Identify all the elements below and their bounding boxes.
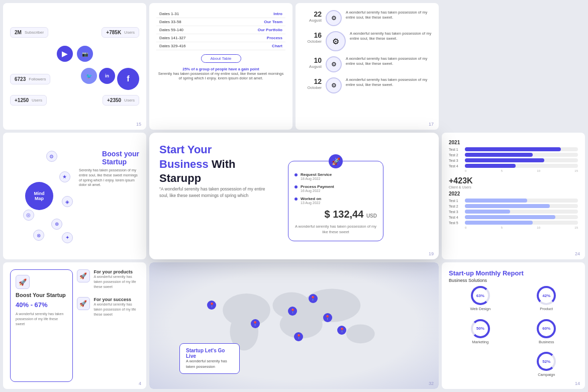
hero-card-footer: A wonderful serenity has taken possessio… bbox=[295, 224, 377, 235]
hero-card-item-1-content: Request Service 18 Aug 2022 bbox=[301, 172, 332, 180]
bar-label-1: Test 1 bbox=[449, 148, 463, 151]
social-icons: ▶ 📷 bbox=[10, 46, 139, 62]
mindmap-node-2: ★ bbox=[59, 171, 70, 182]
circle-ring-campaign: 52% bbox=[537, 352, 556, 371]
table-row: Dates 59-140 Our Portfolio bbox=[156, 26, 285, 34]
stat-1250: +1250 Users bbox=[10, 95, 47, 106]
gear-icon-3: ⚙ bbox=[326, 56, 342, 72]
linkedin-icon[interactable]: in bbox=[99, 68, 115, 84]
circle-ring-product: 42% bbox=[537, 286, 556, 305]
slide-report: Start-up Monthly Report Business Solutio… bbox=[442, 262, 585, 389]
slide-hero: Start YourBusiness WithStarupp "A wonder… bbox=[149, 133, 439, 259]
timeline-month-4: October bbox=[303, 85, 322, 90]
timeline-item-2: 16 October ⚙ A wonderful serenity has ta… bbox=[303, 31, 432, 51]
mindmap-node-5: ⊗ bbox=[33, 230, 44, 241]
slide-number: 4 bbox=[139, 381, 141, 386]
bar-2022-fill-2 bbox=[465, 204, 550, 208]
stat-423k-value: +423K bbox=[449, 176, 473, 185]
chart-2021: 2021 Test 1 Test 2 Test 3 Test 4 051015 bbox=[449, 140, 578, 172]
bar-2022-track-2 bbox=[465, 204, 578, 208]
circle-label-web-design: Web Design bbox=[470, 307, 491, 311]
hero-card-item-1: Request Service 18 Aug 2022 bbox=[295, 172, 377, 180]
stat-6723-label: Followers bbox=[29, 77, 46, 81]
boost-title: Boost yourStartup bbox=[102, 150, 139, 166]
chart-2021-axis: 051015 bbox=[465, 169, 578, 172]
bar-label-2: Test 2 bbox=[449, 153, 463, 157]
instagram-icon[interactable]: 📷 bbox=[77, 46, 93, 62]
stat-2m: 2M Subscriber bbox=[10, 27, 48, 38]
bar-row-2: Test 2 bbox=[449, 153, 578, 157]
card-label-1: Request Service bbox=[301, 172, 332, 177]
card-dot-2 bbox=[295, 185, 298, 188]
bar-2022-fill-4 bbox=[465, 215, 555, 219]
chart-2022-axis: 051015 bbox=[465, 226, 578, 229]
boost-card-wrapper: 🚀 Boost Your Startup 40% - 67% A wonderf… bbox=[10, 269, 73, 382]
bar-2022-fill-1 bbox=[465, 199, 527, 203]
timeline-date-3: 10 August bbox=[303, 56, 322, 69]
circle-marketing: 50% Marketing bbox=[449, 319, 512, 349]
bar-2022-track-4 bbox=[465, 215, 578, 219]
product-info-2: For your success A wonderful serenity ha… bbox=[94, 297, 140, 317]
timeline-month-1: August bbox=[303, 18, 322, 23]
timeline-month-2: October bbox=[303, 39, 322, 44]
bar-row-2022-1: Test 1 bbox=[449, 199, 578, 203]
circle-product: 42% Product bbox=[515, 286, 578, 316]
bar-row-2022-3: Test 3 bbox=[449, 210, 578, 214]
boost-card-title: Boost Your Startup bbox=[16, 292, 67, 298]
timeline-date-4: 12 October bbox=[303, 77, 322, 90]
timeline-text-3: A wonderful serenity has taken possessio… bbox=[346, 56, 432, 66]
bar-2022-label-4: Test 4 bbox=[449, 216, 463, 219]
table-dates-5: Dates 329-416 bbox=[156, 42, 223, 50]
circle-label-campaign: Campaign bbox=[538, 372, 555, 377]
hero-subtitle: "A wonderful serenity has taken possessi… bbox=[159, 186, 270, 199]
circle-label-marketing: Marketing bbox=[472, 340, 488, 344]
bar-2022-label-2: Test 2 bbox=[449, 205, 463, 208]
table-label-team: Our Team bbox=[223, 18, 285, 26]
slide-boost: 🚀 Boost Your Startup 40% - 67% A wonderf… bbox=[3, 262, 146, 389]
table-row: Dates 141-327 Process bbox=[156, 34, 285, 42]
map-pin-3: 📍 bbox=[323, 313, 332, 322]
slide-charts: 2021 Test 1 Test 2 Test 3 Test 4 051015 bbox=[442, 133, 585, 259]
bar-2022-fill-5 bbox=[465, 221, 533, 225]
hero-card-item-3-content: Worked on 13 Aug 2022 bbox=[301, 197, 321, 205]
stat-6723: 6723 Followers bbox=[10, 74, 50, 84]
facebook-icon[interactable]: f bbox=[117, 68, 139, 90]
mindmap-wrapper: MindMap ⚙ ★ ◈ ⊕ ⊗ ◎ ✦ Boost yourStartup … bbox=[10, 140, 139, 252]
stat-423k-label: Client & Users bbox=[449, 185, 473, 189]
twitter-icon[interactable]: 🐦 bbox=[81, 68, 97, 84]
bar-track-3 bbox=[465, 158, 578, 162]
hero-card-item-2: Process Payment 16 Aug 2022 bbox=[295, 184, 377, 192]
bar-2022-label-3: Test 3 bbox=[449, 210, 463, 214]
hero-currency: USD bbox=[366, 213, 377, 219]
boost-subtitle: Serenity has taken possession of my enti… bbox=[79, 168, 139, 187]
about-table-button[interactable]: About Table bbox=[201, 54, 241, 63]
table-footer-text: Serenity has taken possession of my enti… bbox=[158, 71, 283, 80]
stat-2350-label: Users bbox=[124, 98, 135, 103]
card-dot-1 bbox=[295, 173, 298, 176]
youtube-icon[interactable]: ▶ bbox=[57, 46, 73, 62]
bar-row-1: Test 1 bbox=[449, 147, 578, 151]
product-item-1: 🚀 For your products A wonderful serenity… bbox=[77, 269, 140, 289]
table-row: Dates 1-31 Intro bbox=[156, 10, 285, 18]
report-sub: Business Solutions bbox=[449, 278, 578, 283]
hero-amount: $ 132,44 USD bbox=[295, 209, 377, 220]
mindmap-center: MindMap bbox=[25, 182, 53, 210]
slide-mindmap: MindMap ⚙ ★ ◈ ⊕ ⊗ ◎ ✦ Boost yourStartup … bbox=[3, 133, 146, 259]
table-dates-1: Dates 1-31 bbox=[156, 10, 223, 18]
stat-2m-value: 2M bbox=[15, 30, 22, 35]
circle-ring-marketing: 50% bbox=[471, 319, 490, 338]
bar-label-3: Test 3 bbox=[449, 159, 463, 162]
bar-fill-2 bbox=[465, 153, 533, 157]
timeline-day-1: 22 bbox=[303, 10, 322, 18]
slide-map: 📍 📍 📍 📍 📍 📍 📍 Startup Let's Go Live A wo… bbox=[149, 262, 439, 389]
bar-2022-track-1 bbox=[465, 199, 578, 203]
bars-2022: Test 1 Test 2 Test 3 Test 4 Test 5 bbox=[449, 199, 578, 225]
hero-left: Start YourBusiness WithStarupp "A wonder… bbox=[159, 143, 290, 249]
slide-number: 24 bbox=[575, 251, 580, 256]
hero-card-item-2-content: Process Payment 16 Aug 2022 bbox=[301, 184, 334, 192]
product-item-2: 🚀 For your success A wonderful serenity … bbox=[77, 297, 140, 317]
card-label-3: Worked on bbox=[301, 197, 321, 201]
circle-ring-business: 60% bbox=[537, 319, 556, 338]
stat-1250-value: +1250 bbox=[15, 97, 29, 103]
circle-business: 60% Business bbox=[515, 319, 578, 349]
